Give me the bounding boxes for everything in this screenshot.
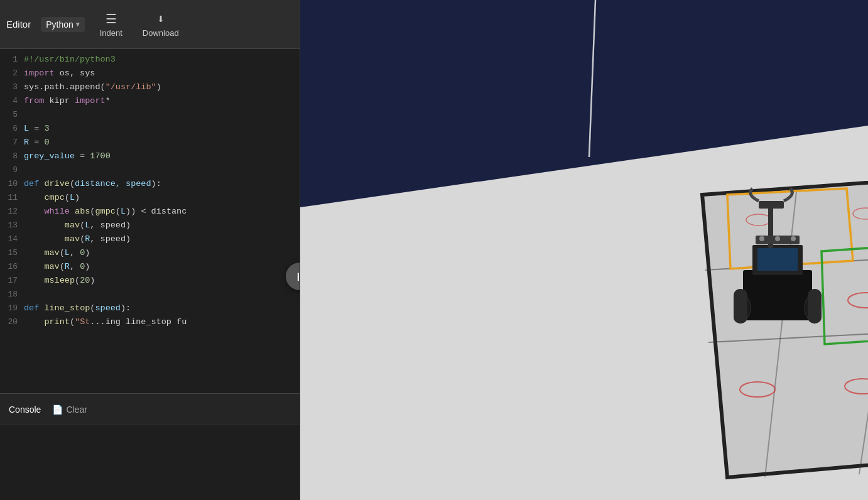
table-row: 14 mav(R, speed)	[0, 232, 300, 246]
table-row: 13 mav(L, speed)	[0, 219, 300, 232]
line-number: 14	[0, 232, 24, 246]
line-number: 5	[0, 108, 24, 122]
line-number: 18	[0, 288, 24, 302]
toolbar: Editor Python ▼ ☰ Indent ⬇ Download	[0, 0, 300, 49]
console-bar: Console 📄 Clear	[0, 393, 300, 425]
line-content: mav(L, speed)	[24, 219, 300, 232]
svg-rect-32	[808, 289, 822, 323]
code-editor[interactable]: 1#!/usr/bin/python32import os, sys3sys.p…	[0, 49, 300, 393]
line-number: 6	[0, 122, 24, 136]
table-row: 12 while abs(gmpc(L)) < distanc	[0, 205, 300, 219]
download-icon: ⬇	[157, 11, 165, 26]
language-label: Python	[46, 19, 73, 30]
console-content[interactable]	[0, 425, 300, 500]
line-number: 7	[0, 136, 24, 149]
editor-panel: Editor Python ▼ ☰ Indent ⬇ Download 1#!/…	[0, 0, 300, 500]
line-number: 1	[0, 53, 24, 67]
line-content: msleep(20)	[24, 274, 300, 288]
line-number: 3	[0, 80, 24, 94]
svg-point-36	[791, 236, 796, 241]
indent-label: Indent	[100, 28, 122, 38]
line-number: 13	[0, 219, 24, 232]
svg-rect-26	[757, 248, 798, 271]
download-label: Download	[143, 28, 179, 38]
table-row: 1#!/usr/bin/python3	[0, 53, 300, 67]
line-content: from kipr import*	[24, 94, 300, 108]
clear-label: Clear	[66, 405, 87, 415]
line-number: 15	[0, 246, 24, 260]
table-row: 10def drive(distance, speed):	[0, 177, 300, 191]
line-content: def line_stop(speed):	[24, 302, 300, 315]
language-selector[interactable]: Python ▼	[41, 17, 85, 32]
pause-icon: ⏸	[294, 270, 300, 283]
svg-rect-28	[759, 201, 784, 209]
table-row: 8grey_value = 1700	[0, 149, 300, 163]
line-number: 9	[0, 163, 24, 177]
simulation-panel	[300, 0, 868, 500]
table-row: 7R = 0	[0, 136, 300, 149]
code-lines: 1#!/usr/bin/python32import os, sys3sys.p…	[0, 49, 300, 333]
line-number: 11	[0, 191, 24, 205]
svg-rect-31	[734, 289, 747, 323]
line-number: 16	[0, 260, 24, 274]
line-content: import os, sys	[24, 67, 300, 80]
line-content: cmpc(L)	[24, 191, 300, 205]
line-content: L = 3	[24, 122, 300, 136]
chevron-down-icon: ▼	[76, 21, 80, 28]
line-number: 4	[0, 94, 24, 108]
line-content: print("St...ing line_stop fu	[24, 315, 300, 329]
table-row: 15 mav(L, 0)	[0, 246, 300, 260]
clear-button[interactable]: 📄 Clear	[47, 402, 92, 417]
table-row: 20 print("St...ing line_stop fu	[0, 315, 300, 329]
indent-icon: ☰	[106, 11, 117, 26]
line-content: R = 0	[24, 136, 300, 149]
line-content: def drive(distance, speed):	[24, 177, 300, 191]
line-content: grey_value = 1700	[24, 149, 300, 163]
table-row: 19def line_stop(speed):	[0, 302, 300, 315]
table-row: 2import os, sys	[0, 67, 300, 80]
svg-rect-24	[743, 270, 812, 320]
line-number: 10	[0, 177, 24, 191]
svg-point-35	[775, 236, 780, 241]
line-content: sys.path.append("/usr/lib")	[24, 80, 300, 94]
table-row: 18	[0, 288, 300, 302]
console-label: Console	[9, 405, 41, 415]
line-number: 8	[0, 149, 24, 163]
line-number: 17	[0, 274, 24, 288]
line-number: 20	[0, 315, 24, 329]
table-row: 9	[0, 163, 300, 177]
svg-point-34	[759, 236, 764, 241]
table-row: 3sys.path.append("/usr/lib")	[0, 80, 300, 94]
download-button[interactable]: ⬇ Download	[138, 9, 184, 40]
clear-icon: 📄	[52, 405, 63, 415]
table-row: 11 cmpc(L)	[0, 191, 300, 205]
line-number: 2	[0, 67, 24, 80]
scene-container	[300, 0, 868, 500]
line-content: while abs(gmpc(L)) < distanc	[24, 205, 300, 219]
line-content: mav(L, 0)	[24, 246, 300, 260]
table-row: 17 msleep(20)	[0, 274, 300, 288]
table-row: 16 mav(R, 0)	[0, 260, 300, 274]
editor-label: Editor	[6, 19, 31, 30]
line-content: mav(R, 0)	[24, 260, 300, 274]
line-number: 12	[0, 205, 24, 219]
line-number: 19	[0, 302, 24, 315]
line-content: #!/usr/bin/python3	[24, 53, 300, 67]
table-row: 4from kipr import*	[0, 94, 300, 108]
table-row: 6L = 3	[0, 122, 300, 136]
indent-button[interactable]: ☰ Indent	[92, 9, 130, 40]
scene-svg	[300, 0, 868, 500]
table-row: 5	[0, 108, 300, 122]
line-content: mav(R, speed)	[24, 232, 300, 246]
